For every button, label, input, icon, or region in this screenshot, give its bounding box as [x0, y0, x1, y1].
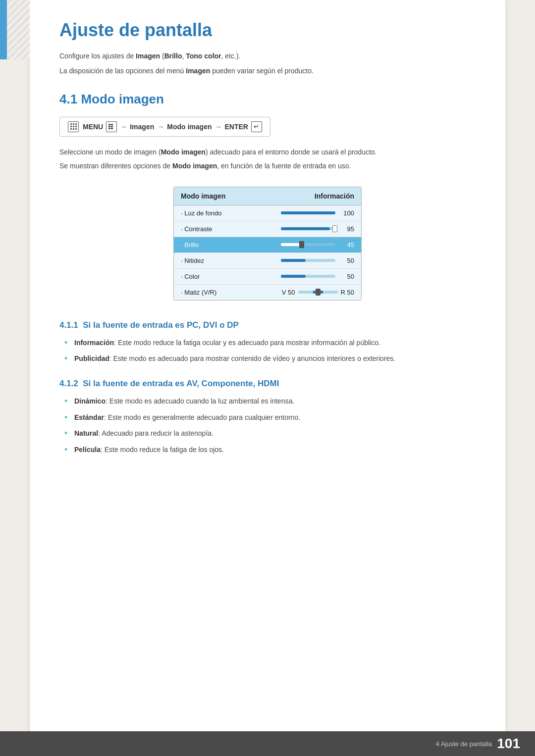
nav-arrow-1: →: [120, 123, 127, 131]
description-2: Se muestran diferentes opciones de Modo …: [59, 160, 476, 171]
section-4-1-title: 4.1 Modo imagen: [59, 92, 476, 107]
page-footer: 4 Ajuste de pantalla 101: [0, 731, 535, 756]
svg-rect-13: [108, 128, 110, 129]
bar-track: [281, 243, 335, 246]
svg-rect-14: [111, 128, 113, 129]
svg-rect-5: [75, 126, 77, 127]
section-4-1-2-title: 4.1.2 Si la fuente de entrada es AV, Com…: [59, 379, 476, 389]
list-item: Publicidad: Este modo es adecuado para m…: [64, 353, 476, 364]
menu-grid-icon: [68, 121, 79, 132]
table-row-matiz: · Matiz (V/R) V 50 R 50: [174, 285, 361, 300]
bar-track: [281, 227, 335, 230]
bar-track: [281, 259, 335, 262]
matiz-thumb: [316, 289, 321, 296]
list-item: Estándar: Este modo es generalmente adec…: [64, 412, 476, 423]
menu-navigation-box: MENU → Imagen → Modo imagen → ENTER ↵: [59, 117, 270, 137]
row-bar-area: 95: [235, 225, 354, 233]
table-row-selected: · Brillo 45: [174, 237, 361, 253]
list-item: Película: Este modo reduce la fatiga de …: [64, 444, 476, 455]
table-row: · Luz de fondo 100: [174, 205, 361, 221]
svg-rect-3: [70, 126, 72, 127]
footer-page-number: 101: [497, 736, 520, 752]
menu-grid-box-icon: [106, 121, 117, 132]
description-1: Seleccione un modo de imagen (Modo image…: [59, 147, 476, 157]
bar-thumb: [299, 241, 304, 248]
row-bar-area: 50: [235, 273, 354, 280]
footer-chapter-label: 4 Ajuste de pantalla: [436, 740, 492, 748]
svg-rect-1: [73, 123, 74, 125]
section-4-1-1-title: 4.1.1 Si la fuente de entrada es PC, DVI…: [59, 320, 476, 330]
nav-arrow-3: →: [214, 123, 221, 131]
intro-paragraph-2: La disposición de las opciones del menú …: [59, 65, 476, 76]
svg-rect-8: [75, 128, 77, 130]
table-row: · Contraste 95: [174, 221, 361, 237]
header-col1: Modo imagen: [181, 192, 225, 200]
row-bar-area: 50: [235, 257, 354, 264]
row-label: · Luz de fondo: [181, 209, 235, 217]
nav-modo-imagen: Modo imagen: [167, 123, 212, 131]
table-header: Modo imagen Información: [174, 187, 361, 205]
svg-rect-12: [111, 126, 113, 127]
svg-rect-4: [73, 126, 74, 127]
list-item: Información: Este modo reduce la fatiga …: [64, 337, 476, 348]
bar-fill: [281, 259, 306, 262]
menu-label: MENU: [83, 123, 103, 131]
nav-arrow-2: →: [157, 123, 164, 131]
bar-fill: [281, 275, 306, 278]
matiz-right-value: R 50: [341, 289, 354, 296]
svg-rect-10: [111, 124, 113, 125]
svg-rect-0: [70, 123, 72, 125]
ui-table-wrapper: Modo imagen Información · Luz de fondo 1…: [59, 187, 476, 301]
svg-rect-6: [70, 128, 72, 130]
svg-rect-2: [75, 123, 77, 125]
header-col2: Información: [315, 192, 354, 200]
row-bar-area: 45: [235, 241, 354, 249]
nav-imagen: Imagen: [130, 123, 154, 131]
blue-bar-decoration: [0, 0, 7, 59]
section-411-bullet-list: Información: Este modo reduce la fatiga …: [64, 337, 476, 364]
nav-enter-label: ENTER: [224, 123, 248, 131]
row-label: · Contraste: [181, 225, 235, 233]
row-value: 95: [339, 225, 354, 233]
row-bar-area: 100: [235, 209, 354, 217]
matiz-left-value: V 50: [282, 289, 295, 296]
content-area: Ajuste de pantalla Configure los ajustes…: [30, 0, 505, 756]
row-label: · Nitidez: [181, 257, 235, 264]
row-value: 50: [339, 273, 354, 280]
table-row: · Color 50: [174, 269, 361, 285]
matiz-bar-track: [298, 291, 338, 294]
bar-fill: [281, 243, 302, 246]
intro-paragraph-1: Configure los ajustes de Imagen (Brillo,…: [59, 50, 476, 61]
bar-track: [281, 275, 335, 278]
matiz-values: V 50 R 50: [235, 289, 354, 296]
row-value: 50: [339, 257, 354, 264]
row-value: 45: [339, 241, 354, 249]
bar-fill: [281, 211, 335, 214]
table-row: · Nitidez 50: [174, 253, 361, 269]
matiz-label: · Matiz (V/R): [181, 289, 235, 296]
bar-track: [281, 211, 335, 214]
svg-rect-11: [108, 126, 110, 127]
list-item: Natural: Adecuado para reducir la asteno…: [64, 428, 476, 439]
list-item: Dinámico: Este modo es adecuado cuando l…: [64, 396, 476, 406]
page-title: Ajuste de pantalla: [59, 20, 476, 41]
row-label: · Color: [181, 273, 235, 280]
bar-thumb: [332, 225, 337, 232]
bar-fill: [281, 227, 330, 230]
svg-rect-7: [73, 128, 74, 130]
svg-rect-9: [108, 124, 110, 125]
section-412-bullet-list: Dinámico: Este modo es adecuado cuando l…: [64, 396, 476, 455]
row-label: · Brillo: [181, 241, 235, 249]
ui-table: Modo imagen Información · Luz de fondo 1…: [173, 187, 362, 301]
enter-icon: ↵: [251, 121, 262, 132]
row-value: 100: [339, 209, 354, 217]
